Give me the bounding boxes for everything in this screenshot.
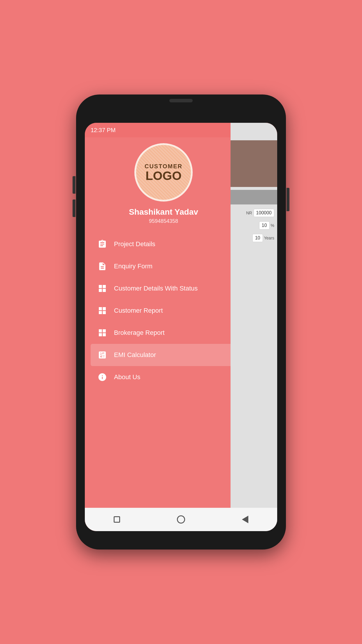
content-image-area [231, 140, 277, 187]
years-unit: Years [264, 236, 274, 240]
user-name: Shashikant Yadav [129, 207, 198, 217]
menu-item-enquiry-form[interactable]: Enquiry Form [91, 255, 236, 277]
years-row: 10 Years [231, 234, 277, 242]
menu-item-customer-details[interactable]: Customer Details With Status [91, 277, 236, 300]
power-button[interactable] [287, 188, 289, 211]
menu-list: Project Details Enquiry Form [85, 233, 242, 388]
rate-input[interactable]: 10 [259, 221, 270, 230]
square-icon [114, 516, 120, 523]
status-time: 12:37 PM [91, 127, 116, 134]
phone-frame: 12:37 PM 📶 97 NR 100000 10 [76, 94, 286, 550]
nav-home-circle[interactable] [174, 512, 188, 527]
nav-back-triangle[interactable] [238, 512, 252, 527]
menu-item-about-us[interactable]: About Us [91, 366, 236, 388]
customer-logo: CUSTOMER LOGO [134, 143, 193, 202]
amount-label: NR [246, 211, 252, 215]
menu-item-customer-report[interactable]: Customer Report [91, 300, 236, 322]
grid-icon-3 [96, 327, 108, 339]
menu-item-emi-calculator[interactable]: EMI Calculator [91, 344, 236, 366]
grid-icon-1 [96, 283, 108, 294]
amount-input[interactable]: 100000 [254, 209, 274, 217]
menu-label-about-us: About Us [114, 373, 140, 381]
nav-back-square[interactable] [110, 512, 124, 527]
menu-label-customer-details: Customer Details With Status [114, 285, 198, 292]
grid-icon-2 [96, 305, 108, 316]
clipboard-icon [96, 238, 108, 250]
logo-main-text: LOGO [145, 170, 182, 182]
bottom-navigation [85, 508, 277, 531]
circle-icon [177, 515, 185, 524]
years-input[interactable]: 10 [252, 234, 263, 242]
speaker [169, 99, 193, 102]
volume-up-button[interactable] [73, 176, 75, 194]
menu-item-brokerage-report[interactable]: Brokerage Report [91, 322, 236, 344]
rate-unit: % [271, 223, 274, 228]
menu-label-brokerage-report: Brokerage Report [114, 329, 165, 337]
menu-label-project-details: Project Details [114, 240, 155, 248]
info-icon [96, 371, 108, 383]
calculator-icon [96, 349, 108, 361]
content-divider [231, 190, 277, 204]
menu-label-emi-calculator: EMI Calculator [114, 351, 156, 359]
user-phone: 9594854358 [149, 218, 178, 224]
amount-row: NR 100000 [231, 209, 277, 217]
navigation-drawer: CUSTOMER LOGO Shashikant Yadav 959485435… [85, 137, 242, 531]
volume-down-button[interactable] [73, 200, 75, 217]
form-icon [96, 260, 108, 272]
menu-label-enquiry-form: Enquiry Form [114, 262, 152, 270]
menu-item-project-details[interactable]: Project Details [91, 233, 236, 255]
main-content-panel: NR 100000 10 % 10 Years [231, 123, 277, 531]
back-icon [242, 516, 248, 523]
phone-screen: 12:37 PM 📶 97 NR 100000 10 [85, 123, 277, 531]
menu-label-customer-report: Customer Report [114, 307, 163, 314]
rate-row: 10 % [231, 221, 277, 230]
